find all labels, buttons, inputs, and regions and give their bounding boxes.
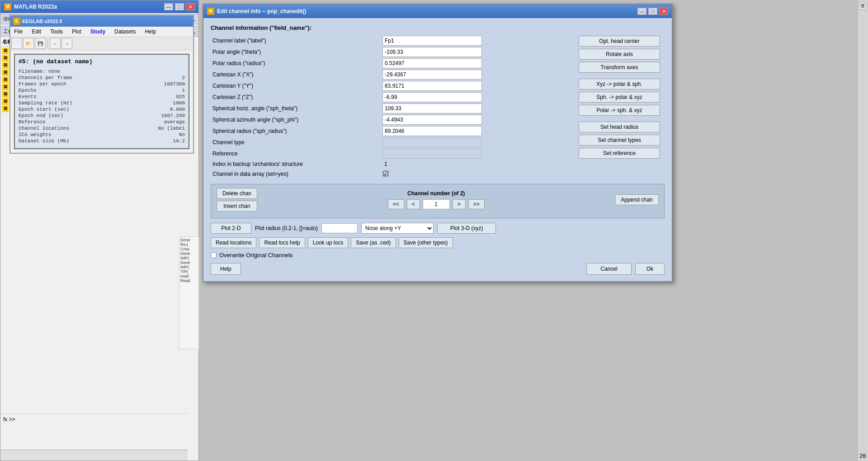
menu-file[interactable]: File — [12, 28, 24, 36]
field-sph-phi-row: Spherical azimuth angle ("sph_phi") — [211, 115, 571, 125]
tb-open[interactable]: 📂 — [23, 38, 34, 49]
right-edge-btn-1[interactable]: 登 — [859, 2, 867, 10]
dialog-section-title: Channel information ("field_name"): — [211, 24, 665, 31]
set-channel-types-btn[interactable]: Set channel types — [579, 135, 660, 146]
field-reference-input[interactable] — [382, 149, 482, 159]
field-sph-theta-label: Spherical horiz. angle ("sph_theta") — [211, 104, 382, 113]
plot-radius-label: Plot radius (0.2-1, []=auto) — [255, 225, 318, 231]
transform-axes-btn[interactable]: Transform axes — [579, 62, 660, 73]
cancel-btn[interactable]: Cancel — [586, 263, 631, 275]
ds-filename-row: Filename: none — [19, 69, 185, 74]
field-chan-type-input[interactable] — [382, 137, 482, 147]
field-in-data-row: Channel in data array (set=yes) ☑ — [211, 169, 571, 178]
field-radius-input[interactable] — [382, 58, 482, 68]
ds-epochs-row: Epochs 1 — [19, 88, 185, 93]
field-chan-type-row: Channel type — [211, 137, 571, 147]
append-chan-btn[interactable]: Append chan — [615, 194, 659, 205]
ds-events-value: 925 — [176, 94, 185, 99]
sph-to-polar-btn[interactable]: Sph. -> polar & xyz — [579, 92, 660, 103]
field-sph-theta-input[interactable] — [382, 103, 482, 113]
menu-study[interactable]: Study — [89, 28, 107, 36]
xyz-to-polar-btn[interactable]: Xyz -> polar & sph. — [579, 79, 660, 89]
formula-bar: fx >> — [0, 414, 188, 424]
delete-chan-btn[interactable]: Delete chan — [217, 188, 257, 199]
field-radius-input-wrap — [382, 58, 482, 68]
rotate-axis-btn[interactable]: Rotate axis — [579, 49, 660, 60]
menu-datasets[interactable]: Datasets — [113, 28, 137, 36]
field-index-label: Index in backup 'urchanlocs' structure — [211, 160, 382, 168]
ws-globalvars-icon: ▦ — [2, 91, 9, 98]
nav-next-btn[interactable]: > — [453, 199, 466, 209]
field-chan-type-input-wrap — [382, 137, 482, 147]
ds-epoch-start-row: Epoch start (sec) 0.000 — [19, 107, 185, 112]
menu-help[interactable]: Help — [143, 28, 158, 36]
log-panel: Done Re-j Crea Done IMP( Done IMP( TIP( … — [179, 236, 199, 349]
read-locations-btn[interactable]: Read locations — [211, 237, 256, 248]
field-sph-radius-input[interactable] — [382, 126, 482, 136]
ds-channels-label: Channels per frame — [19, 75, 72, 80]
matlab-maximize-btn[interactable]: □ — [175, 3, 184, 10]
dialog-title-text: Edit channel info -- pop_chanedit() — [217, 8, 306, 14]
save-other-btn[interactable]: Save (other types) — [399, 237, 453, 248]
field-channel-label-input[interactable] — [382, 36, 482, 46]
field-z-label: Cartesian Z ("Z") — [211, 93, 382, 101]
menu-tools[interactable]: Tools — [48, 28, 65, 36]
nose-select[interactable]: Nose along +Y Nose along +X Nose along -… — [361, 223, 434, 234]
ds-epoch-end-row: Epoch end (sec) 1087.299 — [19, 113, 185, 118]
delete-insert-col: Delete chan Insert chan — [217, 188, 257, 212]
save-ced-btn[interactable]: Save (as .ced) — [351, 237, 396, 248]
field-theta-input[interactable] — [382, 47, 482, 57]
field-y-row: Cartesian Y ("Y") — [211, 81, 571, 91]
plot-radius-input[interactable] — [321, 223, 358, 233]
ws-current2-icon: ▦ — [2, 77, 9, 83]
set-reference-btn[interactable]: Set reference — [579, 148, 660, 159]
ws-eeg-icon: ▦ — [2, 84, 9, 90]
ds-ica-label: ICA weights — [19, 132, 52, 137]
matlab-minimize-btn[interactable]: — — [164, 3, 173, 10]
ds-sampling-row: Sampling rate (Hz) 1000 — [19, 100, 185, 106]
plot-3d-btn[interactable]: Plot 3-D (xyz) — [437, 223, 496, 234]
matlab-close-btn[interactable]: ✕ — [186, 3, 195, 10]
field-x-input-wrap — [382, 70, 482, 80]
nav-first-btn[interactable]: << — [388, 199, 404, 209]
overwrite-checkbox[interactable] — [211, 252, 217, 258]
help-btn[interactable]: Help — [211, 263, 241, 275]
ds-reference-label: Reference — [19, 119, 45, 125]
channel-number-label: Channel number (of 2) — [407, 190, 465, 197]
insert-chan-btn[interactable]: Insert chan — [217, 201, 257, 212]
tb-arrow2[interactable]: → — [61, 38, 72, 49]
field-z-input-wrap — [382, 92, 482, 102]
set-head-radius-btn[interactable]: Set head radius — [579, 122, 660, 132]
plot-2d-btn[interactable]: Plot 2-D — [211, 223, 251, 234]
nav-current-input[interactable] — [423, 199, 450, 209]
ds-epochs-value: 1 — [182, 88, 185, 93]
nav-last-btn[interactable]: >> — [468, 199, 485, 209]
tb-new[interactable]: 📄 — [11, 38, 22, 49]
field-z-input[interactable] — [382, 92, 482, 102]
field-y-input[interactable] — [382, 81, 482, 91]
dialog-maximize-btn[interactable]: □ — [648, 8, 657, 15]
ws-allcom-icon: ▦ — [2, 48, 9, 54]
read-locs-help-btn[interactable]: Read locs help — [259, 237, 305, 248]
menu-plot[interactable]: Plot — [70, 28, 83, 36]
nav-prev-btn[interactable]: < — [407, 199, 420, 209]
field-in-data-checkbox[interactable]: ☑ — [382, 169, 389, 178]
dialog-window: M Edit channel info -- pop_chanedit() — … — [203, 4, 673, 282]
menu-edit[interactable]: Edit — [30, 28, 43, 36]
nav-btns-row: << < > >> — [388, 199, 485, 209]
dialog-titlebar: M Edit channel info -- pop_chanedit() — … — [203, 5, 672, 18]
dialog-minimize-btn[interactable]: — — [637, 8, 646, 15]
look-up-locs-btn[interactable]: Look up locs — [308, 237, 348, 248]
ds-reference-row: Reference average — [19, 119, 185, 125]
ok-btn[interactable]: Ok — [635, 263, 665, 275]
field-reference-label: Reference — [211, 150, 382, 158]
log-line-7: TIP( — [180, 269, 198, 274]
tb-arrow[interactable]: ← — [50, 38, 61, 49]
field-x-input[interactable] — [382, 70, 482, 80]
opt-head-center-btn[interactable]: Opt. head center — [579, 36, 660, 47]
tb-save[interactable]: 💾 — [35, 38, 46, 49]
field-sph-phi-input[interactable] — [382, 115, 482, 125]
ds-size-label: Dataset size (Mb) — [19, 138, 69, 144]
dialog-close-btn[interactable]: ✕ — [659, 8, 668, 15]
polar-to-sph-btn[interactable]: Polar -> sph. & xyz — [579, 105, 660, 116]
